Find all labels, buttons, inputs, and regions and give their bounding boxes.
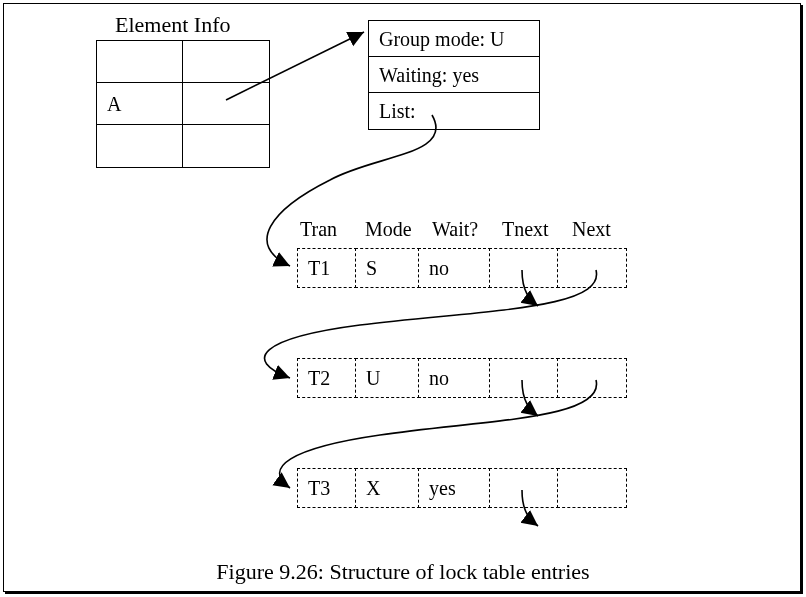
figure-caption: Figure 9.26: Structure of lock table ent…: [0, 559, 806, 585]
pointer-arrows: [0, 0, 806, 597]
